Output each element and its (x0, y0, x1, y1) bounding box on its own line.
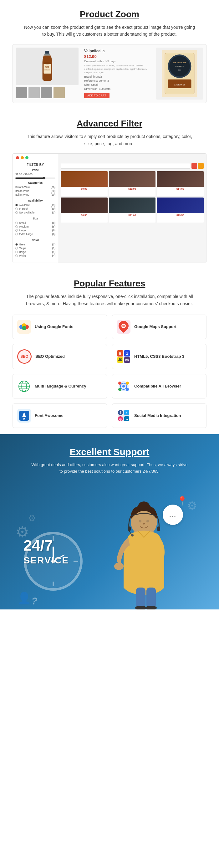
product-info-6: $13.50 (157, 213, 204, 217)
svg-point-19 (22, 326, 26, 330)
avail-not[interactable]: Not available(1) (15, 211, 55, 214)
feature-browser: Compatibile All Browser (112, 374, 207, 399)
size-small[interactable]: Small(8) (15, 221, 55, 225)
browser-label: Compatibile All Browser (134, 383, 181, 389)
checkbox-not-available[interactable] (15, 211, 18, 214)
product-price-6: $13.50 (158, 214, 202, 217)
feature-social: f t ig in Social Media Integration (112, 403, 207, 428)
checkbox-beige[interactable] (15, 251, 18, 253)
product-card-1[interactable]: $9.90 (61, 171, 107, 196)
product-card-3[interactable]: $14.00 (157, 171, 204, 196)
avail-instock[interactable]: In stock(30) (15, 207, 55, 211)
product-card-2[interactable]: $12.90 (109, 171, 156, 196)
product-price: $12.90 (84, 54, 151, 59)
pz-zoom-preview: WRANGLER RESERVE 2019 CABERNET (156, 48, 203, 100)
svg-text:RESERVE: RESERVE (176, 65, 184, 67)
filter-mockup: FILTER BY Price $2.00 - $14.00 Categorie… (12, 153, 207, 263)
add-to-cart-button[interactable]: ADD TO CART (84, 93, 110, 98)
thumb-3[interactable] (41, 87, 52, 98)
chat-bubble: ... (163, 504, 183, 525)
product-card-5[interactable]: $11.00 (109, 197, 156, 222)
dot-green (25, 156, 28, 159)
filter-close-btn[interactable] (191, 163, 197, 169)
svg-text:ig: ig (119, 417, 122, 421)
checkbox-xlarge[interactable] (15, 233, 18, 236)
checkbox-large[interactable] (15, 229, 18, 231)
checkbox-taupe[interactable] (15, 247, 18, 249)
product-card-6[interactable]: $13.50 (157, 197, 204, 222)
thumb-2[interactable] (28, 87, 40, 98)
product-info-4: $8.50 (61, 213, 107, 217)
size-xlarge[interactable]: Extra Large(8) (15, 232, 55, 236)
color-beige[interactable]: Beige(1) (15, 250, 55, 254)
product-zoom-mockup: WINE EST. 2020 Valpolicella $12.90 Deliv… (12, 44, 207, 103)
price-range-handle[interactable] (43, 177, 45, 179)
color-grey[interactable]: Grey(1) (15, 243, 55, 246)
product-price-4: $8.50 (62, 214, 106, 217)
product-name: Valpolicella (84, 49, 151, 53)
question-icon-bottom: ? (31, 595, 37, 607)
cat-italian-1[interactable]: Italian Wine(20) (15, 189, 55, 193)
support-service-label: SERVICE (24, 555, 69, 566)
popular-features-title: Popular Features (12, 279, 207, 288)
support-title: Excellent Support (12, 447, 207, 457)
price-range-bar[interactable] (15, 178, 55, 179)
product-img-3 (157, 171, 204, 187)
thumb-1[interactable] (16, 87, 27, 98)
color-taupe[interactable]: Taupe(1) (15, 246, 55, 250)
svg-text:in: in (125, 418, 128, 421)
product-img-6 (157, 197, 204, 213)
filter-sort-btn[interactable] (198, 163, 204, 169)
checkbox-small[interactable] (15, 222, 18, 224)
avail-available[interactable]: Available(19) (15, 203, 55, 207)
product-img-2 (109, 171, 156, 187)
size-large[interactable]: Large(8) (15, 228, 55, 232)
svg-text:2019: 2019 (178, 69, 182, 71)
svg-text:3: 3 (126, 352, 128, 355)
product-brand: Brand: brand2 (84, 75, 151, 78)
svg-point-5 (43, 62, 51, 64)
svg-rect-0 (45, 51, 49, 54)
color-filter-group: Color Grey(1) Taupe(1) Beige(1) White(4) (15, 239, 55, 258)
size-filter-group: Size Small(8) Medium(8) Large(8) Extra L… (15, 217, 55, 236)
excellent-support-section: Excellent Support With great deals and o… (0, 434, 219, 610)
dot-red (16, 156, 19, 159)
availability-filter-group: Availability Available(19) In stock(30) … (15, 199, 55, 214)
bubble-dots: ... (169, 511, 177, 518)
color-white[interactable]: White(4) (15, 254, 55, 258)
checkbox-white[interactable] (15, 254, 18, 257)
cat-italian-2[interactable]: Italian Wine(20) (15, 193, 55, 196)
product-desc: Lorem ipsum dolor sit amet, consectetur … (84, 64, 151, 74)
social-icon: f t ig in (117, 409, 130, 423)
gear-small-icon: ⚙ (28, 513, 36, 523)
feature-multilang: Multi language & Currency (12, 374, 107, 399)
product-price-3: $14.00 (158, 187, 202, 190)
cat-french[interactable]: French Wine(20) (15, 185, 55, 189)
popular-features-section: Popular Features The popular features in… (0, 269, 219, 434)
feature-google-fonts: Using Google Fonts (12, 315, 107, 339)
checkbox-instock[interactable] (15, 208, 18, 210)
svg-text:BS: BS (125, 359, 129, 362)
product-info-5: $11.00 (109, 213, 156, 217)
window-dots (13, 154, 32, 159)
thumb-4[interactable] (54, 87, 65, 98)
pz-main-image: WINE EST. 2020 (16, 48, 79, 85)
svg-rect-1 (44, 54, 50, 55)
categories-filter-group: Categories French Wine(20) Italian Wine(… (15, 181, 55, 196)
svg-point-38 (118, 381, 121, 385)
checkbox-grey[interactable] (15, 243, 18, 246)
advanced-filter-section: Advanced Filter This feature allows visi… (0, 109, 219, 269)
svg-point-64 (139, 520, 142, 522)
svg-text:CABERNET: CABERNET (174, 84, 185, 86)
google-maps-label: Google Maps Support (134, 324, 177, 330)
feature-font-awesome: ⚑ Font Awesome (12, 403, 107, 428)
checkbox-available[interactable] (15, 204, 18, 206)
size-medium[interactable]: Medium(8) (15, 225, 55, 228)
checkbox-medium[interactable] (15, 225, 18, 228)
filter-search-bar[interactable] (61, 163, 190, 169)
filter-by-header: FILTER BY (15, 163, 55, 166)
svg-text:⚑: ⚑ (23, 417, 25, 421)
color-label: Color (15, 239, 55, 242)
product-card-4[interactable]: $8.50 (61, 197, 107, 222)
svg-point-66 (114, 562, 124, 570)
